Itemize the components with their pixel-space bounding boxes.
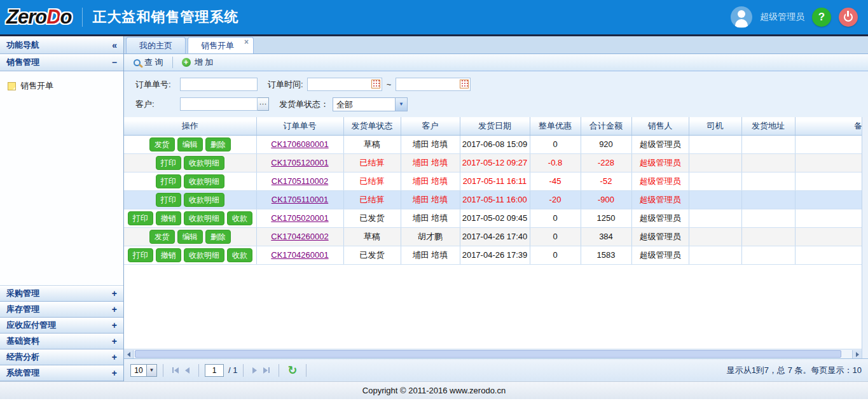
- table-row: 打印收款明细CK1705110002已结算埔田 培填2017-05-11 16:…: [124, 172, 862, 190]
- sidebar-collapse-icon[interactable]: «: [112, 40, 117, 50]
- remark-cell: [795, 190, 862, 209]
- col-actions[interactable]: 操作: [124, 117, 256, 135]
- col-customer[interactable]: 客户: [401, 117, 460, 135]
- print-button[interactable]: 打印: [156, 193, 181, 207]
- page-size-select[interactable]: 10 ▼: [130, 364, 157, 377]
- order-link[interactable]: CK1705110002: [272, 176, 328, 186]
- col-status[interactable]: 发货单状态: [343, 117, 401, 135]
- payment-detail-button[interactable]: 收款明细: [184, 174, 224, 188]
- cancel-button[interactable]: 撤销: [156, 211, 181, 225]
- total-cell: -228: [581, 153, 631, 172]
- print-button[interactable]: 打印: [156, 174, 181, 188]
- vertical-scrollbar[interactable]: [862, 117, 868, 358]
- query-button[interactable]: 查 询: [129, 55, 168, 69]
- order-link[interactable]: CK1704260001: [271, 250, 328, 260]
- print-button[interactable]: 打印: [156, 156, 181, 170]
- col-address[interactable]: 发货地址: [741, 117, 795, 135]
- col-discount[interactable]: 整单优惠: [530, 117, 581, 135]
- chevron-down-icon[interactable]: ▼: [146, 365, 156, 376]
- expand-group-icon[interactable]: +: [112, 320, 117, 330]
- col-order-no[interactable]: 订单单号: [256, 117, 343, 135]
- collect-button[interactable]: 收款: [227, 248, 252, 262]
- tab-sales-billing[interactable]: 销售开单 ×: [188, 37, 254, 53]
- col-remark[interactable]: 备注: [795, 117, 862, 135]
- horizontal-scrollbar[interactable]: [124, 349, 862, 358]
- customer-lookup-button[interactable]: ···: [258, 97, 269, 111]
- expand-group-icon[interactable]: +: [112, 304, 117, 314]
- sidebar-group-inventory[interactable]: 库存管理+: [0, 302, 123, 318]
- prev-page-button[interactable]: [185, 367, 189, 374]
- horizontal-scrollbar-thumb[interactable]: [135, 350, 841, 358]
- cancel-button[interactable]: 撤销: [156, 248, 181, 262]
- status-cell: 已发货: [343, 246, 401, 264]
- edit-button[interactable]: 编辑: [177, 137, 203, 151]
- sidebar-group-basic-data[interactable]: 基础资料+: [0, 334, 123, 349]
- delete-button[interactable]: 删除: [205, 137, 231, 151]
- page-number-input[interactable]: [205, 364, 224, 377]
- total-cell: 1250: [581, 209, 631, 227]
- scroll-right-button[interactable]: [852, 350, 862, 358]
- print-button[interactable]: 打印: [128, 248, 153, 262]
- sidebar-group-system[interactable]: 系统管理+: [0, 365, 123, 381]
- add-button[interactable]: + 增 加: [177, 55, 218, 69]
- col-total[interactable]: 合计金额: [581, 117, 631, 135]
- row-actions-cell: 打印收款明细: [124, 172, 256, 190]
- order-link[interactable]: CK1704260002: [271, 232, 328, 241]
- scroll-left-button[interactable]: [124, 350, 134, 358]
- customer-input[interactable]: [180, 97, 258, 111]
- sidebar-title-bar[interactable]: 功能导航 «: [0, 36, 123, 54]
- next-page-button[interactable]: [252, 367, 257, 374]
- print-button[interactable]: 打印: [128, 211, 153, 225]
- collapse-group-icon[interactable]: −: [112, 57, 117, 67]
- delete-button[interactable]: 删除: [205, 230, 231, 244]
- close-tab-icon[interactable]: ×: [244, 38, 249, 46]
- grid-body: 发货编辑删除CK1706080001草稿埔田 培填2017-06-08 15:0…: [124, 135, 862, 264]
- col-seller[interactable]: 销售人: [631, 117, 689, 135]
- ship-button[interactable]: 发货: [149, 230, 175, 244]
- sidebar-item-sales-billing[interactable]: 销售开单: [8, 80, 116, 92]
- grid-viewport: 操作 订单单号 发货单状态 客户 发货日期 整单优惠 合计金额 销售人 司机 发…: [124, 117, 862, 358]
- expand-group-icon[interactable]: +: [112, 368, 117, 378]
- col-driver[interactable]: 司机: [689, 117, 741, 135]
- sidebar-group-receivable-payable[interactable]: 应收应付管理+: [0, 318, 123, 334]
- calendar-icon[interactable]: [460, 80, 469, 88]
- order-link[interactable]: CK1705020001: [271, 213, 328, 223]
- expand-group-icon[interactable]: +: [112, 352, 117, 362]
- sidebar-group-purchase[interactable]: 采购管理+: [0, 286, 123, 302]
- expand-group-icon[interactable]: +: [112, 288, 117, 299]
- payment-detail-button[interactable]: 收款明细: [184, 156, 224, 170]
- status-select[interactable]: 全部 ▼: [333, 97, 408, 111]
- edit-button[interactable]: 编辑: [177, 230, 203, 244]
- order-link[interactable]: CK1705120001: [271, 158, 328, 167]
- sidebar-item-label: 销售开单: [20, 80, 53, 92]
- collect-button[interactable]: 收款: [227, 211, 252, 225]
- chevron-down-icon[interactable]: ▼: [395, 98, 407, 111]
- order-link[interactable]: CK1706080001: [271, 139, 328, 149]
- payment-detail-button[interactable]: 收款明细: [184, 193, 224, 207]
- last-page-button[interactable]: [263, 367, 270, 374]
- sidebar-group-business-analysis[interactable]: 经营分析+: [0, 349, 123, 365]
- calendar-icon[interactable]: [371, 80, 380, 88]
- total-cell: -900: [581, 190, 631, 209]
- expand-group-icon[interactable]: +: [112, 336, 117, 346]
- first-page-button[interactable]: [172, 367, 179, 374]
- driver-cell: [689, 172, 741, 190]
- order-no-cell: CK1705020001: [256, 209, 343, 227]
- order-link[interactable]: CK1705110001: [272, 195, 328, 204]
- col-ship-date[interactable]: 发货日期: [460, 117, 530, 135]
- address-cell: [741, 246, 795, 264]
- refresh-icon[interactable]: ↻: [287, 365, 297, 376]
- order-no-input[interactable]: [180, 78, 258, 91]
- tab-home[interactable]: 我的主页: [126, 37, 186, 53]
- seller-cell: 超级管理员: [631, 227, 689, 246]
- user-avatar-icon[interactable]: [731, 6, 752, 28]
- status-cell: 已结算: [343, 172, 401, 190]
- payment-detail-button[interactable]: 收款明细: [184, 248, 224, 262]
- sidebar-group-sales[interactable]: 销售管理−: [0, 54, 123, 71]
- logout-button[interactable]: [839, 8, 858, 27]
- help-button[interactable]: ?: [812, 8, 831, 27]
- ship-button[interactable]: 发货: [149, 137, 175, 151]
- row-actions-cell: 发货编辑删除: [124, 227, 256, 246]
- payment-detail-button[interactable]: 收款明细: [184, 211, 224, 225]
- row-actions-cell: 打印收款明细: [124, 153, 256, 172]
